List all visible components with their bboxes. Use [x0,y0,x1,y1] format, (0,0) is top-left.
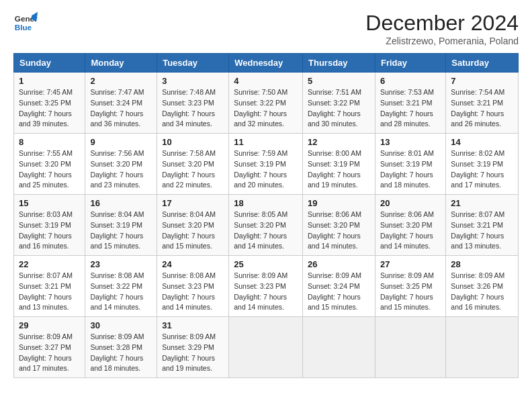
day-cell: 17Sunrise: 8:04 AM Sunset: 3:20 PM Dayli… [157,195,229,256]
day-number: 28 [451,259,513,269]
logo-icon: General Blue [13,11,38,35]
day-number: 5 [308,76,370,86]
day-number: 9 [90,137,152,147]
day-number: 17 [162,198,224,208]
day-info: Sunrise: 8:09 AM Sunset: 3:23 PM Dayligh… [234,271,298,313]
day-cell: 8Sunrise: 7:55 AM Sunset: 3:20 PM Daylig… [14,134,85,195]
day-number: 22 [19,259,80,269]
day-info: Sunrise: 8:04 AM Sunset: 3:19 PM Dayligh… [90,210,152,252]
day-number: 2 [90,76,152,86]
location: Zelistrzewo, Pomerania, Poland [365,36,519,46]
day-cell [375,317,445,378]
day-number: 31 [162,320,224,330]
day-cell: 19Sunrise: 8:06 AM Sunset: 3:20 PM Dayli… [303,195,375,256]
day-cell: 12Sunrise: 8:00 AM Sunset: 3:19 PM Dayli… [303,134,375,195]
day-number: 16 [90,198,152,208]
day-number: 23 [90,259,152,269]
calendar-table: SundayMondayTuesdayWednesdayThursdayFrid… [13,53,519,378]
day-cell: 21Sunrise: 8:07 AM Sunset: 3:21 PM Dayli… [446,195,519,256]
day-cell: 16Sunrise: 8:04 AM Sunset: 3:19 PM Dayli… [85,195,157,256]
day-info: Sunrise: 8:07 AM Sunset: 3:21 PM Dayligh… [451,210,513,252]
day-cell: 24Sunrise: 8:08 AM Sunset: 3:23 PM Dayli… [157,256,229,317]
day-number: 24 [162,259,224,269]
week-row-1: 1Sunrise: 7:45 AM Sunset: 3:25 PM Daylig… [14,73,519,134]
day-cell: 18Sunrise: 8:05 AM Sunset: 3:20 PM Dayli… [229,195,303,256]
day-cell: 26Sunrise: 8:09 AM Sunset: 3:24 PM Dayli… [303,256,375,317]
col-header-friday: Friday [375,54,445,73]
day-cell: 31Sunrise: 8:09 AM Sunset: 3:29 PM Dayli… [157,317,229,378]
day-cell: 11Sunrise: 7:59 AM Sunset: 3:19 PM Dayli… [229,134,303,195]
day-number: 8 [19,137,80,147]
day-number: 29 [19,320,80,330]
day-info: Sunrise: 7:54 AM Sunset: 3:21 PM Dayligh… [451,87,513,130]
day-number: 26 [308,259,370,269]
day-cell: 3Sunrise: 7:48 AM Sunset: 3:23 PM Daylig… [157,73,229,134]
day-number: 20 [380,198,441,208]
day-number: 18 [234,198,298,208]
day-info: Sunrise: 7:50 AM Sunset: 3:22 PM Dayligh… [234,87,298,130]
day-info: Sunrise: 8:09 AM Sunset: 3:25 PM Dayligh… [380,271,441,313]
day-info: Sunrise: 7:51 AM Sunset: 3:22 PM Dayligh… [308,87,370,130]
day-cell: 14Sunrise: 8:02 AM Sunset: 3:19 PM Dayli… [446,134,519,195]
day-info: Sunrise: 7:53 AM Sunset: 3:21 PM Dayligh… [380,87,441,130]
day-cell: 9Sunrise: 7:56 AM Sunset: 3:20 PM Daylig… [85,134,157,195]
day-number: 13 [380,137,441,147]
day-info: Sunrise: 8:06 AM Sunset: 3:20 PM Dayligh… [308,210,370,252]
day-info: Sunrise: 8:03 AM Sunset: 3:19 PM Dayligh… [19,210,80,252]
day-info: Sunrise: 7:48 AM Sunset: 3:23 PM Dayligh… [162,87,224,130]
day-cell: 13Sunrise: 8:01 AM Sunset: 3:19 PM Dayli… [375,134,445,195]
day-number: 30 [90,320,152,330]
header: General Blue December 2024 Zelistrzewo, … [13,11,519,46]
day-cell: 22Sunrise: 8:07 AM Sunset: 3:21 PM Dayli… [14,256,85,317]
day-number: 3 [162,76,224,86]
day-cell: 25Sunrise: 8:09 AM Sunset: 3:23 PM Dayli… [229,256,303,317]
day-info: Sunrise: 8:02 AM Sunset: 3:19 PM Dayligh… [451,148,513,191]
day-info: Sunrise: 8:05 AM Sunset: 3:20 PM Dayligh… [234,210,298,252]
day-cell [446,317,519,378]
day-info: Sunrise: 8:07 AM Sunset: 3:21 PM Dayligh… [19,271,80,313]
day-cell: 20Sunrise: 8:06 AM Sunset: 3:20 PM Dayli… [375,195,445,256]
day-info: Sunrise: 8:00 AM Sunset: 3:19 PM Dayligh… [308,148,370,191]
day-info: Sunrise: 7:59 AM Sunset: 3:19 PM Dayligh… [234,148,298,191]
day-number: 15 [19,198,80,208]
col-header-monday: Monday [85,54,157,73]
day-number: 25 [234,259,298,269]
day-number: 10 [162,137,224,147]
day-info: Sunrise: 8:09 AM Sunset: 3:28 PM Dayligh… [90,332,152,374]
day-info: Sunrise: 8:04 AM Sunset: 3:20 PM Dayligh… [162,210,224,252]
day-number: 14 [451,137,513,147]
col-header-tuesday: Tuesday [157,54,229,73]
day-cell: 27Sunrise: 8:09 AM Sunset: 3:25 PM Dayli… [375,256,445,317]
day-number: 11 [234,137,298,147]
svg-text:Blue: Blue [15,23,32,32]
day-cell: 10Sunrise: 7:58 AM Sunset: 3:20 PM Dayli… [157,134,229,195]
day-cell [303,317,375,378]
logo: General Blue [13,11,38,35]
day-cell: 5Sunrise: 7:51 AM Sunset: 3:22 PM Daylig… [303,73,375,134]
day-info: Sunrise: 8:09 AM Sunset: 3:26 PM Dayligh… [451,271,513,313]
day-number: 12 [308,137,370,147]
day-info: Sunrise: 7:56 AM Sunset: 3:20 PM Dayligh… [90,148,152,191]
day-cell [229,317,303,378]
month-title: December 2024 [365,11,519,36]
day-number: 1 [19,76,80,86]
day-number: 21 [451,198,513,208]
title-area: December 2024 Zelistrzewo, Pomerania, Po… [365,11,519,46]
header-row: SundayMondayTuesdayWednesdayThursdayFrid… [14,54,519,73]
day-info: Sunrise: 7:47 AM Sunset: 3:24 PM Dayligh… [90,87,152,130]
day-number: 19 [308,198,370,208]
week-row-3: 15Sunrise: 8:03 AM Sunset: 3:19 PM Dayli… [14,195,519,256]
week-row-4: 22Sunrise: 8:07 AM Sunset: 3:21 PM Dayli… [14,256,519,317]
day-info: Sunrise: 7:58 AM Sunset: 3:20 PM Dayligh… [162,148,224,191]
day-cell: 15Sunrise: 8:03 AM Sunset: 3:19 PM Dayli… [14,195,85,256]
day-info: Sunrise: 8:08 AM Sunset: 3:23 PM Dayligh… [162,271,224,313]
col-header-sunday: Sunday [14,54,85,73]
day-cell: 6Sunrise: 7:53 AM Sunset: 3:21 PM Daylig… [375,73,445,134]
day-number: 27 [380,259,441,269]
day-cell: 1Sunrise: 7:45 AM Sunset: 3:25 PM Daylig… [14,73,85,134]
week-row-5: 29Sunrise: 8:09 AM Sunset: 3:27 PM Dayli… [14,317,519,378]
day-number: 4 [234,76,298,86]
day-info: Sunrise: 8:09 AM Sunset: 3:27 PM Dayligh… [19,332,80,374]
day-cell: 29Sunrise: 8:09 AM Sunset: 3:27 PM Dayli… [14,317,85,378]
day-cell: 23Sunrise: 8:08 AM Sunset: 3:22 PM Dayli… [85,256,157,317]
